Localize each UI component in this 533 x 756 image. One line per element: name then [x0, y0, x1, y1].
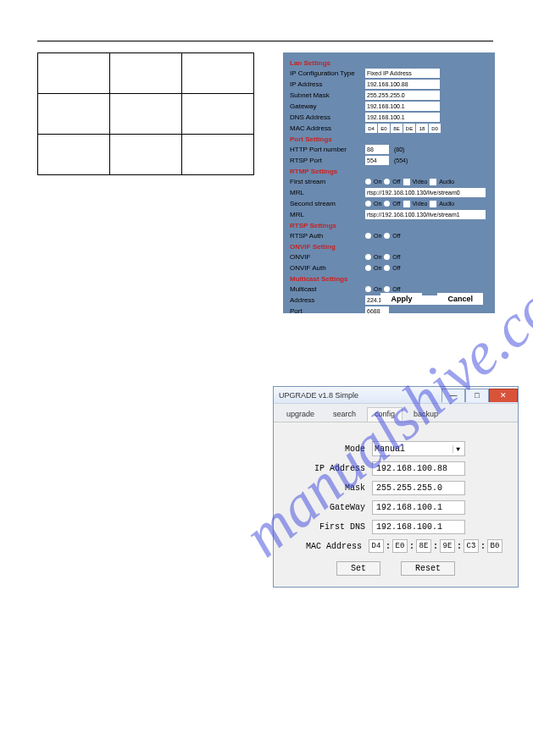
mac-input-group: [365, 124, 441, 133]
label-httpport: HTTP Port number: [290, 146, 363, 153]
gateway2-input[interactable]: [372, 500, 465, 515]
multicast-on-radio[interactable]: [365, 286, 371, 292]
onvif-off-radio[interactable]: [384, 254, 390, 260]
rtspport-input[interactable]: [365, 156, 389, 165]
label-mrl1: MRL: [290, 189, 363, 196]
tab-search[interactable]: search: [325, 407, 364, 422]
label-subnet: Subnet Mask: [290, 91, 363, 99]
httpport-hint: (80): [394, 146, 404, 152]
mac-2[interactable]: [391, 124, 403, 133]
mac-0[interactable]: [365, 124, 377, 133]
label-mode: Mode: [289, 444, 365, 454]
config-body: Mode Manual ▼ IP Address Mask GateWay Fi…: [274, 422, 518, 589]
cancel-button[interactable]: Cancel: [437, 293, 483, 305]
second-on-radio[interactable]: [365, 201, 371, 207]
first-on-radio[interactable]: [365, 179, 371, 185]
section-onvif: ONVIF Setting: [290, 243, 488, 251]
onvifauth-off-radio[interactable]: [384, 265, 390, 271]
section-rtsp: RTSP Settings: [290, 222, 488, 229]
mac2-0[interactable]: [369, 539, 384, 553]
ipconfig-select[interactable]: [365, 69, 440, 78]
mac-1[interactable]: [378, 124, 390, 133]
titlebar: UPGRADE v1.8 Simple — □ ✕: [274, 387, 518, 404]
label-port: Port: [290, 307, 363, 315]
dns2-input[interactable]: [372, 520, 465, 534]
upgrade-window: UPGRADE v1.8 Simple — □ ✕ upgrade search…: [273, 386, 519, 588]
label-ipconfig: IP Configuration Type: [290, 69, 363, 77]
label-rtspport: RTSP Port: [290, 157, 363, 164]
page-rule: [37, 41, 493, 41]
mac2-group: : : : : :: [369, 539, 502, 553]
dropdown-icon: ▼: [452, 445, 463, 453]
reset-button[interactable]: Reset: [401, 561, 455, 576]
label-ip: IP Address: [289, 464, 365, 473]
mac-3[interactable]: [403, 124, 415, 133]
rtspauth-on-radio[interactable]: [365, 233, 371, 239]
label-secondstream: Second stream: [290, 200, 363, 207]
mac2-2[interactable]: [416, 539, 431, 553]
first-off-radio[interactable]: [384, 179, 390, 185]
rtspport-hint: (554): [394, 157, 408, 163]
onvif-on-radio[interactable]: [365, 254, 371, 260]
close-button[interactable]: ✕: [489, 389, 518, 402]
tab-bar: upgrade search config backup: [274, 404, 518, 422]
label-firststream: First stream: [290, 178, 363, 185]
label-dns: DNS Address: [290, 113, 363, 121]
apply-button[interactable]: Apply: [380, 293, 422, 305]
second-off-radio[interactable]: [384, 201, 390, 207]
gateway-input[interactable]: [365, 102, 440, 111]
mrl2-input[interactable]: [365, 210, 486, 219]
subnet-input[interactable]: [365, 91, 440, 100]
maximize-button[interactable]: □: [465, 389, 489, 402]
label-onvifauth: ONVIF Auth: [290, 264, 363, 272]
httpport-input[interactable]: [365, 145, 389, 154]
mac2-5[interactable]: [487, 539, 502, 553]
label-gateway2: GateWay: [289, 503, 365, 512]
lan-settings-panel: Lan Settings IP Configuration Type IP Ad…: [283, 52, 495, 313]
rtspauth-off-radio[interactable]: [384, 233, 390, 239]
onvifauth-on-radio[interactable]: [365, 265, 371, 271]
label-address: Address: [290, 296, 363, 304]
ipaddr-input[interactable]: [365, 80, 440, 89]
first-video-chk[interactable]: [403, 179, 410, 185]
mac-5[interactable]: [429, 124, 441, 133]
minimize-button[interactable]: —: [441, 389, 465, 402]
first-audio-chk[interactable]: [430, 179, 436, 185]
doc-table: [37, 52, 254, 175]
section-rtmp: RTMP Settings: [290, 168, 488, 175]
label-mask: Mask: [289, 483, 365, 493]
ip-input[interactable]: [372, 461, 465, 476]
label-dns2: First DNS: [289, 522, 365, 532]
mac2-4[interactable]: [464, 539, 479, 553]
tab-backup[interactable]: backup: [406, 407, 446, 422]
label-onvif: ONVIF: [290, 253, 363, 261]
mrl1-input[interactable]: [365, 188, 486, 197]
second-audio-chk[interactable]: [430, 201, 436, 207]
mac-4[interactable]: [416, 124, 428, 133]
label-mac2: MAC Address: [289, 542, 362, 551]
label-ipaddr: IP Address: [290, 80, 363, 88]
section-port: Port Settings: [290, 135, 488, 143]
set-button[interactable]: Set: [336, 561, 380, 576]
label-mac: MAC Address: [290, 124, 363, 132]
window-title: UPGRADE v1.8 Simple: [279, 391, 358, 400]
multicast-off-radio[interactable]: [384, 286, 390, 292]
multicast-port-input[interactable]: [365, 306, 389, 316]
mask-input[interactable]: [372, 481, 465, 495]
second-video-chk[interactable]: [403, 201, 410, 207]
label-multicast: Multicast: [290, 285, 363, 293]
section-multicast: Multicast Settings: [290, 275, 488, 283]
tab-upgrade[interactable]: upgrade: [279, 407, 322, 422]
mode-select[interactable]: Manual ▼: [372, 441, 465, 456]
mac2-3[interactable]: [440, 539, 455, 553]
section-lan: Lan Settings: [290, 59, 488, 67]
tab-config[interactable]: config: [367, 407, 403, 422]
label-rtspauth: RTSP Auth: [290, 232, 363, 240]
mac2-1[interactable]: [392, 539, 408, 553]
dns-input[interactable]: [365, 113, 440, 122]
label-gateway: Gateway: [290, 102, 363, 110]
label-mrl2: MRL: [290, 211, 363, 218]
